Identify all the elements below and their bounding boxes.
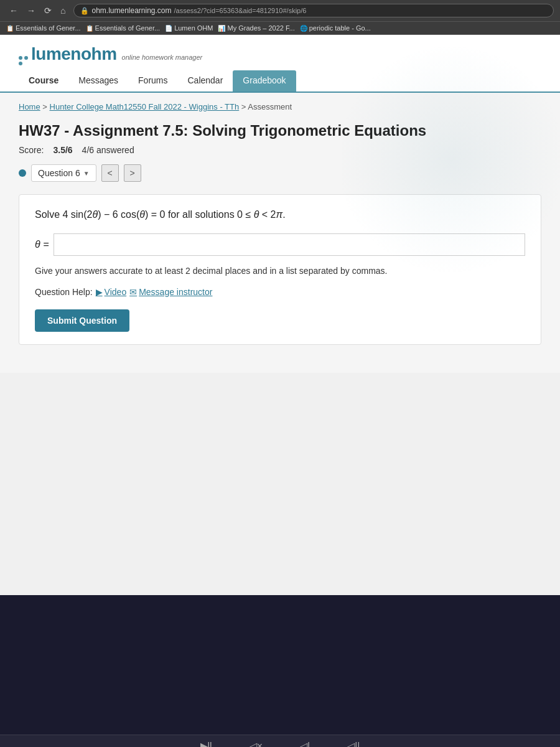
- bookmark-my-grades[interactable]: 📊 My Grades – 2022 F...: [218, 24, 294, 32]
- lock-icon: 🔒: [80, 7, 89, 15]
- assignment-title: HW37 - Assignment 7.5: Solving Trigonome…: [19, 121, 541, 140]
- question-label: Question 6: [38, 168, 80, 178]
- helper-text: Give your answers accurate to at least 2…: [35, 265, 525, 278]
- question-selector: Question 6 ▼ < >: [19, 164, 541, 182]
- theta-label: θ =: [35, 239, 49, 250]
- answered-label: 4/6 answered: [82, 145, 134, 155]
- lumen-header: lumenohm online homework manager Course …: [0, 35, 560, 93]
- mute-icon: ◁×: [250, 740, 263, 747]
- bookmark-icon-2: 📋: [86, 25, 93, 32]
- breadcrumb-course[interactable]: Hunter College Math12550 Fall 2022 - Wig…: [50, 102, 240, 111]
- volume-up-icon: ◁||: [347, 740, 360, 747]
- nav-menu: Course Messages Forums Calendar Gradeboo…: [19, 70, 541, 92]
- nav-buttons: ← → ⟳ ⌂: [6, 4, 68, 17]
- nav-item-forums[interactable]: Forums: [128, 70, 177, 92]
- taskbar-area: ▶ll ◁× ◁| ◁||: [0, 595, 560, 747]
- bookmark-label-4: My Grades – 2022 F...: [227, 24, 294, 32]
- mail-icon: ✉: [129, 287, 137, 297]
- bookmark-label-1: Essentials of Gener...: [16, 24, 81, 32]
- score-value: 3.5/6: [53, 145, 72, 155]
- message-instructor-label: Message instructor: [139, 287, 212, 297]
- volume-down-button[interactable]: ◁|: [300, 740, 310, 747]
- nav-item-messages[interactable]: Messages: [68, 70, 128, 92]
- forward-button[interactable]: →: [24, 4, 39, 17]
- url-path: /assess2/?cid=65363&aid=4812910#/skip/6: [174, 7, 307, 14]
- video-label: Video: [105, 287, 127, 297]
- bookmark-label-2: Essentials of Gener...: [95, 24, 161, 32]
- breadcrumb-sep-2: >: [241, 102, 248, 111]
- page-container: lumenohm online homework manager Course …: [0, 35, 560, 595]
- logo-dot-3: [19, 62, 22, 65]
- breadcrumb-sep-1: >: [42, 102, 49, 111]
- message-instructor-link[interactable]: ✉ Message instructor: [129, 287, 212, 297]
- play-pause-button[interactable]: ▶ll: [200, 740, 212, 747]
- score-line: Score: 3.5/6 4/6 answered: [19, 145, 541, 155]
- bookmark-icon-4: 📊: [218, 25, 225, 32]
- nav-item-calendar[interactable]: Calendar: [178, 70, 233, 92]
- breadcrumb-current: Assessment: [248, 102, 292, 111]
- nav-item-gradebook[interactable]: Gradebook: [233, 70, 296, 92]
- browser-chrome: ← → ⟳ ⌂ 🔒 ohm.lumenlearning.com/assess2/…: [0, 0, 560, 22]
- play-pause-icon: ▶ll: [200, 740, 212, 747]
- question-text: Solve 4 sin(2θ) − 6 cos(θ) = 0 for all s…: [35, 207, 525, 222]
- url-domain: ohm.lumenlearning.com: [91, 6, 171, 15]
- logo-subtitle: online homework manager: [122, 54, 203, 61]
- bookmark-icon-1: 📋: [6, 25, 14, 32]
- bookmark-essentials-2[interactable]: 📋 Essentials of Gener...: [86, 24, 161, 32]
- taskbar: ▶ll ◁× ◁| ◁||: [0, 735, 560, 747]
- back-button[interactable]: ←: [6, 4, 21, 17]
- bookmark-label-3: Lumen OHM: [174, 24, 213, 32]
- bookmark-icon-5: 🌐: [300, 25, 307, 32]
- bookmarks-bar: 📋 Essentials of Gener... 📋 Essentials of…: [0, 22, 560, 35]
- question-dot: [19, 169, 26, 177]
- breadcrumb: Home > Hunter College Math12550 Fall 202…: [19, 102, 541, 111]
- logo-dot-1: [19, 56, 22, 60]
- address-bar[interactable]: 🔒 ohm.lumenlearning.com/assess2/?cid=653…: [73, 4, 554, 17]
- score-label: Score:: [19, 145, 44, 155]
- breadcrumb-home[interactable]: Home: [19, 102, 40, 111]
- refresh-button[interactable]: ⟳: [41, 4, 55, 17]
- bookmark-label-5: periodic table - Go...: [309, 24, 371, 32]
- logo-text: lumenohm: [31, 44, 117, 64]
- question-help: Question Help: ▶ Video ✉ Message instruc…: [35, 287, 525, 297]
- video-link[interactable]: ▶ Video: [96, 287, 127, 297]
- volume-up-button[interactable]: ◁||: [347, 740, 360, 747]
- question-dropdown[interactable]: Question 6 ▼: [31, 164, 96, 182]
- lumen-logo: lumenohm online homework manager: [19, 44, 541, 65]
- content-area: Home > Hunter College Math12550 Fall 202…: [0, 93, 560, 373]
- home-button[interactable]: ⌂: [57, 4, 68, 17]
- nav-item-course[interactable]: Course: [19, 70, 68, 92]
- logo-dot-2: [24, 56, 28, 60]
- volume-down-icon: ◁|: [300, 740, 310, 747]
- answer-row: θ =: [35, 233, 525, 256]
- bookmark-icon-3: 📄: [165, 25, 172, 32]
- question-content: Solve 4 sin(2θ) − 6 cos(θ) = 0 for all s…: [19, 194, 541, 345]
- submit-question-button[interactable]: Submit Question: [35, 309, 129, 332]
- prev-question-button[interactable]: <: [101, 164, 119, 182]
- mute-button[interactable]: ◁×: [250, 740, 263, 747]
- bookmark-periodic-table[interactable]: 🌐 periodic table - Go...: [300, 24, 371, 32]
- play-icon: ▶: [96, 287, 103, 297]
- bookmark-lumen-ohm[interactable]: 📄 Lumen OHM: [165, 24, 213, 32]
- logo-dots: [19, 56, 28, 65]
- help-label: Question Help:: [35, 287, 93, 297]
- next-question-button[interactable]: >: [124, 164, 141, 182]
- answer-input[interactable]: [54, 233, 525, 256]
- chevron-down-icon: ▼: [83, 170, 90, 177]
- bookmark-essentials-1[interactable]: 📋 Essentials of Gener...: [6, 24, 81, 32]
